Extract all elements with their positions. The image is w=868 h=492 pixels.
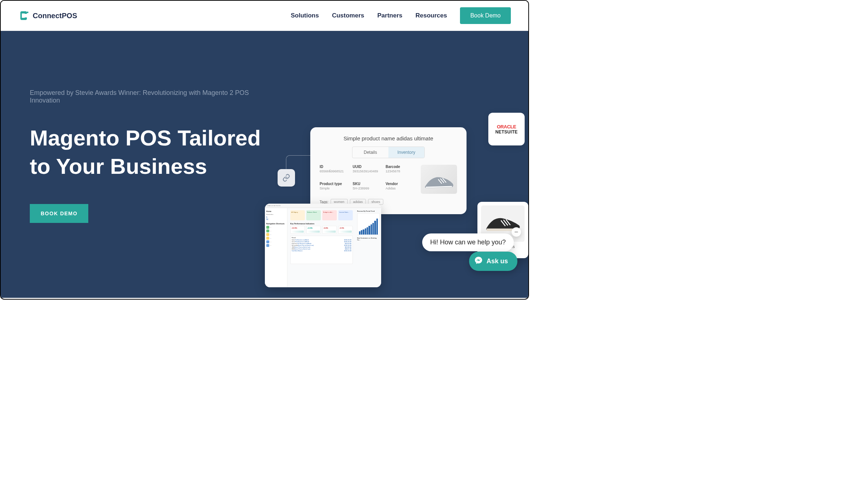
netsuite-badge: ORACLE NETSUITE [488,113,525,145]
field-sku-value: SH-238999 [352,187,382,190]
product-image [421,165,457,194]
field-vendor-label: Vendor [385,182,415,186]
dashboard-main: A/R Aging Balance Sheet Budget vs Act...… [287,208,356,287]
dashboard-sidebar: Home Reminders 1 52 Navigation Shortcuts… [265,208,287,287]
logo-text: ConnectPOS [33,12,77,20]
chat-bubble: Hi! How can we help you? [422,233,514,251]
dashboard-shortcuts: Navigation Shortcuts [266,223,286,225]
field-sku-label: SKU [352,182,382,186]
hero-copy: Empowered by Stevie Awards Winner: Revol… [30,60,274,298]
kpi-2: +3.5% [307,227,312,229]
kpi-1: -13.5% [291,227,297,229]
product-fields: ID 655666̈9968521 UUID 39315639140489 Ba… [320,165,415,194]
dashboard-right: Revenue By Period Trend [356,208,381,287]
svg-point-0 [27,12,29,13]
nav-solutions[interactable]: Solutions [291,12,319,19]
table-title: Period [292,237,351,239]
messenger-icon [474,256,483,267]
field-type-value: Simple [320,187,349,190]
main-nav: Solutions Customers Partners Resources B… [291,7,511,24]
book-demo-button[interactable]: Book Demo [460,7,511,24]
link-icon [278,169,295,187]
netsuite-oracle: ORACLE [497,124,516,129]
hero: Empowered by Stevie Awards Winner: Revol… [1,31,528,298]
tags-label: Tags: [320,200,328,204]
product-title: Simple product name adidas ultimate [320,135,457,141]
tab-inventory[interactable]: Inventory [388,147,424,158]
tab-details[interactable]: Details [352,147,388,158]
tile-ar: A/R Aging [290,210,305,220]
header: ConnectPOS Solutions Customers Partners … [1,1,528,31]
field-uuid-value: 39315639140489 [352,169,382,173]
field-uuid-label: UUID [352,165,382,169]
dashboard-brand: ORACLE NETSUITE [267,205,280,207]
chat-greeting: Hi! How can we help you? [430,239,506,246]
nav-customers[interactable]: Customers [332,12,364,19]
field-vendor-value: Adidas [385,187,415,190]
hero-book-demo-button[interactable]: BOOK DEMO [30,204,88,223]
revenue-chart [357,213,380,235]
dashboard-toolbar: ORACLE NETSUITE [265,204,381,208]
product-card: Simple product name adidas ultimate Deta… [310,127,467,214]
field-type-label: Product type [320,182,349,186]
field-barcode-label: Barcode [385,165,415,169]
logo-icon [18,10,30,21]
chat-minimize-button[interactable] [512,227,521,237]
kpi-4: -3.5% [339,227,344,229]
kpi-3: -6.8% [323,227,328,229]
field-barcode-value: 12345678 [385,169,415,173]
new-vs-existing: New Customers vs. Existing Cu... [357,237,380,241]
ask-us-button[interactable]: Ask us [469,252,517,271]
hero-title: Magento POS Tailored to Your Business [30,124,274,181]
tile-budget: Budget vs Act... [322,210,337,220]
hero-eyebrow: Empowered by Stevie Awards Winner: Revol… [30,89,274,104]
ask-us-label: Ask us [487,257,508,265]
field-id-label: ID [320,165,349,169]
kpi-head: Key Performance Indicators [290,223,353,225]
dashboard-card: ORACLE NETSUITE Home Reminders 1 52 Navi… [265,204,381,287]
tile-bs: Balance Sheet [306,210,321,220]
dashboard-reminders: Reminders [266,213,286,215]
product-tabs: Details Inventory [352,147,425,158]
nav-partners[interactable]: Partners [377,12,402,19]
netsuite-net: NETSUITE [495,129,518,135]
logo[interactable]: ConnectPOS [18,10,77,21]
field-id-value: 655666̈9968521 [320,169,349,173]
nav-resources[interactable]: Resources [415,12,447,19]
dashboard-table: Period SalesThe Business LastMonth$230,2… [290,236,353,264]
chart-title: Revenue By Period Trend [357,210,380,212]
tile-income: Income State... [338,210,353,220]
dashboard-home: Home [266,210,286,212]
hero-visual: Simple product name adidas ultimate Deta… [274,60,499,298]
